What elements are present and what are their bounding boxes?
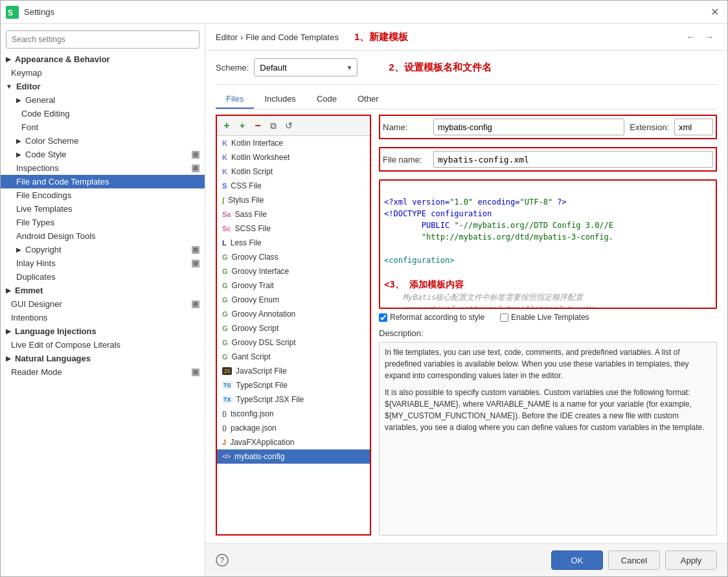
list-item[interactable]: G Groovy Enum [217, 293, 370, 307]
add-button-2[interactable]: + [235, 119, 249, 133]
sidebar-item-live-edit-compose[interactable]: Live Edit of Compose Literals [1, 338, 205, 352]
item-icon: G [222, 296, 228, 304]
list-item[interactable]: {} tsconfig.json [217, 407, 370, 421]
tab-includes[interactable]: Includes [254, 90, 306, 109]
item-label: Gant Script [232, 352, 271, 361]
list-item[interactable]: K Kotlin Worksheet [217, 150, 370, 164]
sidebar-item-inspections[interactable]: Inspections ⚙ [1, 161, 205, 175]
list-item[interactable]: TX TypeScript JSX File [217, 392, 370, 407]
sidebar-item-copyright[interactable]: ▶ Copyright ⚙ [1, 243, 205, 256]
dialog-buttons: ? OK Cancel Apply [205, 543, 727, 576]
list-item[interactable]: G Groovy Trait [217, 278, 370, 293]
list-item[interactable]: J JavaFXApplication [217, 435, 370, 449]
sidebar-item-android-design-tools[interactable]: Android Design Tools [1, 229, 205, 243]
sidebar-item-file-encodings[interactable]: File Encodings [1, 188, 205, 202]
item-icon: TX [222, 396, 233, 403]
item-label: tsconfig.json [231, 409, 274, 418]
expand-icon: ▶ [6, 287, 11, 294]
live-templates-checkbox-input[interactable] [500, 313, 508, 322]
sidebar-item-reader-mode[interactable]: Reader Mode ⚙ [1, 365, 205, 379]
sidebar-item-editor[interactable]: ▼ Editor [1, 80, 205, 93]
list-item[interactable]: G Groovy DSL Script [217, 335, 370, 350]
extension-input[interactable] [674, 119, 713, 135]
nav-back-button[interactable]: ← [683, 29, 699, 45]
ok-button[interactable]: OK [551, 550, 603, 570]
list-item[interactable]: {} package.json [217, 421, 370, 435]
sidebar-item-emmet[interactable]: ▶ Emmet [1, 284, 205, 297]
list-item[interactable]: Sc SCSS File [217, 221, 370, 236]
sidebar-item-general[interactable]: ▶ General [1, 93, 205, 107]
list-item[interactable]: ∫ Stylus File [217, 193, 370, 207]
nav-forward-button[interactable]: → [701, 29, 717, 45]
expand-icon: ▶ [6, 56, 11, 63]
list-item[interactable]: G Groovy Script [217, 321, 370, 335]
filename-input[interactable] [433, 151, 713, 168]
annotation-2: 2、设置模板名和文件名 [389, 62, 491, 74]
live-templates-label: Enable Live Templates [511, 313, 589, 322]
list-item[interactable]: K Kotlin Script [217, 164, 370, 179]
help-button[interactable]: ? [216, 554, 229, 567]
template-list: K Kotlin Interface K Kotlin Worksheet K … [217, 136, 370, 534]
item-icon: Sa [222, 210, 231, 218]
sidebar-item-natural-languages[interactable]: ▶ Natural Languages [1, 352, 205, 365]
reformat-checkbox-input[interactable] [379, 313, 387, 322]
list-item[interactable]: G Gant Script [217, 350, 370, 364]
item-label: Kotlin Interface [231, 139, 283, 148]
item-label: Kotlin Worksheet [231, 153, 290, 162]
sidebar-item-file-templates[interactable]: File and Code Templates [1, 175, 205, 188]
list-item[interactable]: JS JavaScript File [217, 364, 370, 378]
list-item[interactable]: TS TypeScript File [217, 378, 370, 392]
sidebar-item-language-injections[interactable]: ▶ Language Injections [1, 324, 205, 338]
close-button[interactable]: ✕ [707, 5, 722, 20]
remove-button[interactable]: − [251, 119, 265, 133]
live-templates-checkbox[interactable]: Enable Live Templates [500, 313, 589, 322]
sidebar-item-duplicates[interactable]: Duplicates [1, 270, 205, 284]
sidebar-item-inlay-hints[interactable]: Inlay Hints ⚙ [1, 256, 205, 270]
apply-button[interactable]: Apply [665, 550, 717, 570]
list-item[interactable]: Sa Sass File [217, 207, 370, 221]
cancel-button[interactable]: Cancel [608, 550, 660, 570]
sidebar-item-color-scheme[interactable]: ▶ Color Scheme [1, 134, 205, 148]
divider [216, 84, 717, 85]
template-list-panel: + + − ⧉ ↺ K Kotlin Interface [216, 115, 371, 536]
sidebar-item-font[interactable]: Font [1, 120, 205, 134]
item-icon: G [222, 339, 228, 346]
list-item[interactable]: L Less File [217, 236, 370, 250]
list-item[interactable]: G Groovy Annotation [217, 307, 370, 321]
copy-button[interactable]: ⧉ [266, 119, 280, 133]
reset-button[interactable]: ↺ [282, 119, 296, 133]
extension-label: Extension: [630, 122, 669, 132]
sidebar-item-intentions[interactable]: Intentions [1, 311, 205, 324]
list-item[interactable]: S CSS File [217, 179, 370, 193]
item-label: package.json [231, 424, 277, 433]
sidebar-item-appearance[interactable]: ▶ Appearance & Behavior [1, 52, 205, 66]
sidebar-item-code-style[interactable]: ▶ Code Style ⚙ [1, 148, 205, 161]
list-item[interactable]: G Groovy Class [217, 250, 370, 264]
tab-files[interactable]: Files [216, 90, 254, 109]
indicator-icon: ⚙ [192, 246, 199, 254]
item-label: Groovy DSL Script [232, 338, 296, 347]
list-item[interactable]: G Groovy Interface [217, 264, 370, 278]
reformat-checkbox[interactable]: Reformat according to style [379, 313, 484, 322]
main-content: ▶ Appearance & Behavior Keymap ▼ Editor … [1, 24, 727, 576]
search-input[interactable] [6, 30, 199, 49]
sidebar-item-file-types[interactable]: File Types [1, 216, 205, 229]
tab-code[interactable]: Code [306, 90, 347, 109]
scheme-select[interactable]: DefaultProject [254, 58, 358, 76]
breadcrumb-editor: Editor [216, 32, 238, 42]
expand-icon: ▶ [16, 96, 21, 104]
filename-row: File name: [379, 147, 717, 172]
sidebar-item-keymap[interactable]: Keymap [1, 66, 205, 80]
tab-other[interactable]: Other [347, 90, 389, 109]
sidebar-item-code-editing[interactable]: Code Editing [1, 107, 205, 120]
settings-window: S Settings ✕ ▶ Appearance & Behavior Key… [0, 0, 728, 577]
expand-icon: ▶ [6, 328, 11, 335]
name-input[interactable] [433, 119, 624, 135]
list-item[interactable]: K Kotlin Interface [217, 136, 370, 150]
sidebar-item-gui-designer[interactable]: GUI Designer ⚙ [1, 297, 205, 311]
list-item-mybatis[interactable]: </> mybatis-config [217, 449, 370, 464]
template-list-toolbar: + + − ⧉ ↺ [217, 116, 370, 136]
code-editor[interactable]: <?xml version="1.0" encoding="UTF-8" ?> … [379, 179, 717, 309]
add-button[interactable]: + [220, 119, 234, 133]
sidebar-item-live-templates[interactable]: Live Templates [1, 202, 205, 216]
